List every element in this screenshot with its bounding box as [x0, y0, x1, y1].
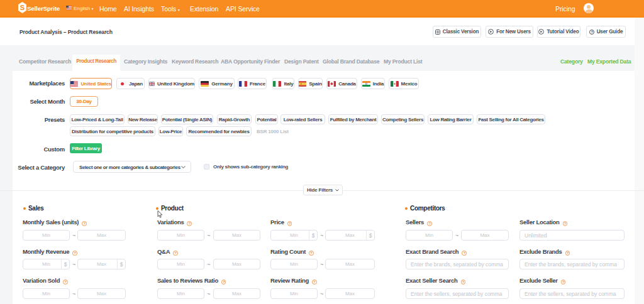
- svg-text:S: S: [20, 4, 25, 11]
- svg-text:?: ?: [591, 30, 593, 34]
